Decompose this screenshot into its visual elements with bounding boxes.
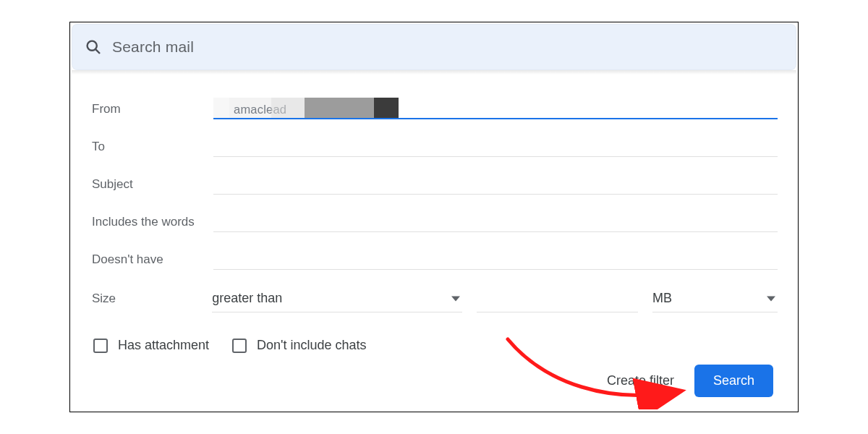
search-icon bbox=[85, 38, 102, 56]
row-to: To bbox=[90, 128, 778, 166]
row-from: From amaclead bbox=[90, 90, 778, 128]
includes-field[interactable] bbox=[213, 210, 778, 234]
create-filter-link[interactable]: Create filter bbox=[607, 373, 674, 388]
subject-field[interactable] bbox=[213, 173, 778, 196]
search-bar[interactable]: Search mail bbox=[72, 24, 796, 70]
underline bbox=[213, 156, 778, 157]
search-button[interactable]: Search bbox=[694, 365, 773, 397]
filter-dialog: Search mail From amaclead To bbox=[69, 22, 799, 412]
checkbox-box bbox=[93, 339, 108, 353]
redaction-block bbox=[374, 98, 399, 119]
from-label: From bbox=[90, 102, 213, 116]
svg-line-1 bbox=[95, 49, 100, 54]
size-unit-select[interactable]: MB bbox=[652, 285, 778, 312]
underline bbox=[213, 194, 778, 195]
redaction-block bbox=[305, 98, 374, 119]
includes-label: Includes the words bbox=[90, 215, 213, 229]
excludes-field[interactable] bbox=[213, 248, 778, 271]
row-size: Size greater than MB bbox=[90, 278, 778, 319]
redaction-block bbox=[213, 98, 229, 119]
dialog-footer: Create filter Search bbox=[607, 365, 773, 397]
chevron-down-icon bbox=[765, 296, 778, 302]
exclude-chats-label: Don't include chats bbox=[257, 338, 367, 353]
row-subject: Subject bbox=[90, 166, 778, 203]
filter-form: From amaclead To bbox=[70, 75, 798, 353]
subject-label: Subject bbox=[90, 177, 213, 192]
row-includes: Includes the words bbox=[90, 203, 778, 241]
from-field[interactable]: amaclead bbox=[213, 98, 778, 121]
has-attachment-checkbox[interactable]: Has attachment bbox=[93, 338, 209, 353]
size-comparator-value: greater than bbox=[212, 291, 282, 306]
underline bbox=[213, 231, 778, 232]
row-excludes: Doesn't have bbox=[90, 241, 778, 278]
exclude-chats-checkbox[interactable]: Don't include chats bbox=[232, 338, 367, 353]
has-attachment-label: Has attachment bbox=[118, 338, 209, 353]
to-field[interactable] bbox=[213, 135, 778, 158]
size-amount-field[interactable] bbox=[477, 285, 638, 312]
chevron-down-icon bbox=[449, 296, 462, 302]
excludes-label: Doesn't have bbox=[90, 252, 213, 267]
size-comparator-select[interactable]: greater than bbox=[212, 285, 462, 312]
svg-point-0 bbox=[88, 41, 97, 51]
size-label: Size bbox=[90, 292, 212, 306]
size-unit-value: MB bbox=[652, 291, 672, 306]
checkbox-row: Has attachment Don't include chats bbox=[90, 338, 778, 353]
to-label: To bbox=[90, 140, 213, 154]
underline bbox=[213, 118, 778, 119]
search-placeholder: Search mail bbox=[112, 38, 194, 56]
checkbox-box bbox=[232, 339, 247, 353]
underline bbox=[213, 269, 778, 270]
